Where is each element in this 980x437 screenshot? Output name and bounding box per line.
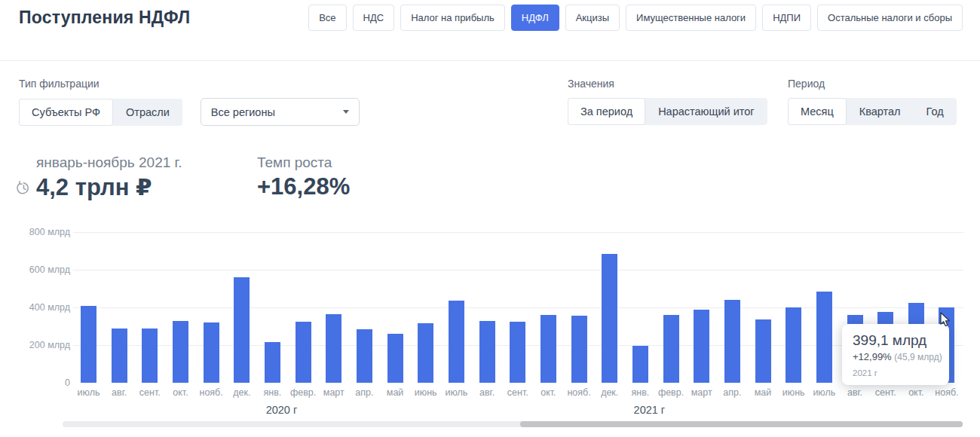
tab-ndpi[interactable]: НДПИ [762, 5, 811, 31]
x-axis-tick: февр. [290, 387, 316, 398]
tab-imushchestvennye-nalogi[interactable]: Имущественные налоги [626, 5, 756, 31]
values-group: Значения За период Нарастающий итог [568, 78, 767, 125]
x-axis-tick: март [323, 387, 345, 398]
x-axis-tick: июль [78, 387, 100, 398]
x-axis-tick: апр. [723, 387, 741, 398]
toggle-otrasli[interactable]: Отрасли [113, 99, 182, 126]
bar-май-22[interactable] [755, 319, 771, 383]
tab-nds[interactable]: НДС [353, 5, 395, 31]
growth-value: +16,28% [257, 173, 350, 200]
mouse-cursor [940, 312, 955, 329]
x-axis-tick: нояб. [199, 387, 222, 398]
bar-нояб.-4[interactable] [204, 322, 219, 383]
x-axis-tick: июнь [782, 387, 805, 398]
bar-окт.-15[interactable] [541, 315, 556, 383]
x-axis-tick: янв. [264, 387, 282, 398]
bar-июль-0[interactable] [81, 306, 96, 384]
x-axis-tick: нояб. [935, 387, 958, 398]
bar-авг.-1[interactable] [112, 329, 127, 384]
values-toggle: За период Нарастающий итог [568, 98, 767, 125]
bar-июль-24[interactable] [816, 292, 832, 383]
bar-апр.-9[interactable] [357, 329, 372, 383]
bar-chart: 800 млрд600 млрд400 млрд200 млрд0июльавг… [0, 222, 980, 437]
x-axis-tick: июль [445, 387, 467, 398]
bar-янв.-6[interactable] [265, 342, 280, 383]
total-value: 4,2 трлн ₽ [36, 173, 152, 201]
bar-март-20[interactable] [694, 310, 709, 384]
x-axis-tick: авг. [479, 387, 495, 398]
x-axis-tick: окт. [173, 387, 188, 398]
region-dropdown[interactable]: Все регионы [201, 98, 360, 126]
chevron-down-icon [343, 110, 349, 114]
x-axis-tick: февр. [658, 387, 684, 398]
x-axis-tick: апр. [355, 387, 373, 398]
tab-nalog-na-pribyl[interactable]: Налог на прибыль [400, 5, 505, 31]
region-dropdown-value: Все регионы [211, 106, 275, 118]
bar-июнь-11[interactable] [418, 323, 433, 383]
x-axis-tick: дек. [233, 387, 250, 398]
x-axis-tick: авг. [112, 387, 127, 398]
chart-scrollbar-track[interactable] [63, 421, 963, 427]
y-axis-tick: 400 млрд [0, 302, 70, 313]
filter-type-group: Тип фильтрации Субъекты РФ Отрасли Все р… [19, 78, 360, 126]
y-axis-tick: 200 млрд [0, 340, 70, 350]
page-title: Поступления НДФЛ [19, 8, 190, 28]
bar-июнь-23[interactable] [786, 307, 801, 383]
bar-апр.-21[interactable] [724, 300, 740, 383]
bar-сент.-2[interactable] [142, 329, 158, 384]
period-group: Период Месяц Квартал Год [788, 78, 957, 125]
toggle-za-period[interactable]: За период [568, 98, 645, 125]
chart-tooltip: 399,1 млрд +12,99% (45,9 млрд) 2021 г [842, 324, 949, 385]
toggle-kvartal[interactable]: Квартал [847, 98, 914, 125]
tooltip-value: 399,1 млрд [853, 332, 939, 349]
x-axis-tick: авг. [847, 387, 862, 398]
x-axis-tick: май [387, 387, 404, 398]
gridline [73, 232, 963, 233]
x-axis-tick: сент. [875, 387, 896, 398]
filter-type-toggle: Субъекты РФ Отрасли [19, 99, 182, 126]
tab-ndfl[interactable]: НДФЛ [511, 5, 559, 31]
bar-сент.-14[interactable] [510, 322, 525, 383]
x-axis-tick: март [691, 387, 712, 398]
toggle-mesyac[interactable]: Месяц [788, 98, 847, 125]
bar-февр.-7[interactable] [296, 322, 311, 383]
year-label: 2020 г [266, 404, 298, 416]
bar-дек.-17[interactable] [602, 254, 617, 383]
total-period-label: январь-ноябрь 2021 г. [36, 154, 182, 171]
bar-март-8[interactable] [326, 314, 341, 383]
toggle-god[interactable]: Год [914, 98, 957, 125]
x-axis-tick: май [755, 387, 772, 398]
bar-нояб.-16[interactable] [571, 316, 587, 383]
bar-февр.-19[interactable] [663, 315, 679, 383]
header-divider [0, 60, 980, 61]
year-label: 2021 г [634, 404, 666, 416]
x-axis-tick: нояб. [567, 387, 590, 398]
y-axis-tick: 800 млрд [0, 227, 70, 237]
chart-scrollbar-thumb[interactable] [520, 421, 963, 427]
tooltip-year: 2021 г [853, 368, 939, 377]
tooltip-change: +12,99% (45,9 млрд) [853, 351, 939, 362]
x-axis-tick: сент. [139, 387, 161, 398]
x-axis-tick: янв. [631, 387, 649, 398]
toggle-subjects-rf[interactable]: Субъекты РФ [19, 99, 113, 126]
toggle-narastayushchiy-itog[interactable]: Нарастающий итог [645, 98, 767, 125]
bar-май-10[interactable] [387, 334, 403, 383]
tab-vse[interactable]: Все [308, 5, 346, 31]
bar-окт.-3[interactable] [173, 321, 188, 384]
x-axis-tick: июль [813, 387, 835, 398]
bar-янв.-18[interactable] [632, 346, 648, 383]
tab-ostalnye-nalogi[interactable]: Остальные налоги и сборы [817, 5, 963, 31]
filter-type-label: Тип фильтрации [19, 78, 360, 90]
tab-akcizy[interactable]: Акцизы [565, 5, 620, 31]
x-axis-tick: окт. [908, 387, 923, 398]
period-toggle: Месяц Квартал Год [788, 98, 957, 125]
y-axis-tick: 600 млрд [0, 264, 70, 275]
bar-дек.-5[interactable] [234, 277, 250, 383]
ndfl-dashboard: Поступления НДФЛ Все НДС Налог на прибыл… [0, 0, 980, 437]
tax-type-tabs: Все НДС Налог на прибыль НДФЛ Акцизы Иму… [308, 5, 963, 31]
x-axis-tick: сент. [507, 387, 528, 398]
x-axis-tick: дек. [601, 387, 618, 398]
bar-июль-12[interactable] [449, 301, 464, 383]
gridline [73, 270, 963, 270]
bar-авг.-13[interactable] [479, 321, 495, 384]
